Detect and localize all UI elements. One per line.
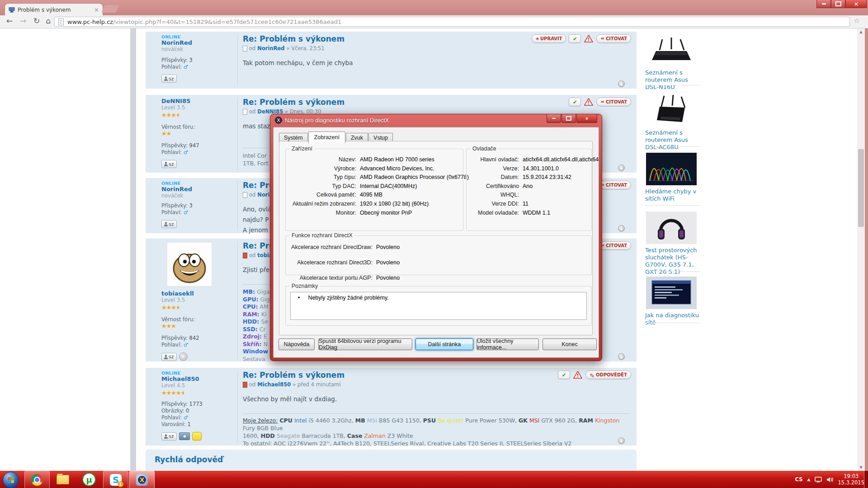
profile-x-icon[interactable]: ✕ xyxy=(179,352,188,361)
approve-button[interactable]: ✔ xyxy=(569,98,581,106)
page-scrollbar[interactable]: ▲ ▼ xyxy=(857,28,865,471)
male-icon: ♂ xyxy=(184,342,188,348)
headphones-image xyxy=(646,211,697,244)
dialog-title: Nástroj pro diagnostiku rozhraní DirectX xyxy=(285,117,389,124)
male-icon: ♂ xyxy=(184,209,188,216)
drivers-group: Ovladače Hlavní ovladač:aticfx64.dll,ati… xyxy=(466,149,592,231)
approve-button[interactable]: ✔ xyxy=(569,34,581,43)
sidebar-caption[interactable]: Hledáme chyby v sítích WiFi xyxy=(645,188,702,202)
run-64bit-button[interactable]: Spustit 64bitovou verzi programu DxDiag xyxy=(318,338,412,350)
sidebar-article[interactable]: Seznámení s routerem Asus DSL-N16U xyxy=(645,34,702,91)
forward-icon[interactable]: → xyxy=(17,16,29,25)
dialog-close-button[interactable]: × xyxy=(576,114,597,123)
level-stars: ★★★★ xyxy=(161,304,234,311)
taskbar-explorer[interactable] xyxy=(51,471,75,488)
report-button[interactable]: ! xyxy=(584,35,594,43)
username-link[interactable]: DeNNI85 xyxy=(161,98,234,104)
volume-icon[interactable] xyxy=(826,477,833,483)
private-message-button[interactable]: sz xyxy=(161,432,177,441)
scrollbar-up-icon[interactable]: ▲ xyxy=(857,28,865,35)
svg-text:X: X xyxy=(140,476,145,483)
username-link[interactable]: NorinRed xyxy=(161,39,234,46)
user-rank: Level 4.5 xyxy=(161,382,234,389)
taskbar-utorrent[interactable]: µ xyxy=(77,471,101,488)
close-button[interactable]: × xyxy=(845,0,867,8)
loyalty-stars: ★★★ xyxy=(161,323,234,329)
home-icon[interactable]: ⌂ xyxy=(42,16,54,25)
maximize-button[interactable] xyxy=(831,0,845,8)
sidebar-article[interactable]: Hledáme chyby v sítích WiFi xyxy=(645,153,702,202)
scroll-top-icon[interactable]: ▲ xyxy=(618,164,625,171)
scroll-top-icon[interactable]: ▲ xyxy=(618,80,625,87)
taskbar-chrome[interactable] xyxy=(24,471,50,488)
address-bar[interactable]: www.pc-help.cz/viewtopic.php?f=40&t=1518… xyxy=(54,17,850,27)
folder-icon xyxy=(57,475,69,484)
scrollbar-down-icon[interactable]: ▼ xyxy=(857,464,865,471)
male-icon: ♂ xyxy=(184,64,188,70)
approve-button[interactable]: ✔ xyxy=(558,371,570,379)
network-icon[interactable] xyxy=(815,477,822,483)
directx-features-group: Funkce rozhraní DirectX Akcelerace rozhr… xyxy=(285,235,592,275)
sidebar-caption[interactable]: Jak na diagnostiku sítě xyxy=(645,312,702,326)
tray-expand-icon[interactable]: ▲ xyxy=(807,477,811,482)
tab-title: Problém s výkonem xyxy=(18,7,91,13)
sidebar-caption[interactable]: Seznámení s routerem Asus DSL-N16U xyxy=(645,69,702,91)
sidebar-caption[interactable]: Seznámení s routerem Asus DSL-AC68U xyxy=(645,129,702,151)
username-link[interactable]: tobiasekll xyxy=(161,290,234,297)
clock[interactable]: 19:03 15.3.2015 xyxy=(838,473,864,486)
sidebar-article[interactable]: Test prostorových sluchátek (HS-G700V, G… xyxy=(645,211,702,276)
sidebar-article[interactable]: Seznámení s routerem Asus DSL-AC68U xyxy=(645,94,702,151)
private-message-button[interactable]: sz xyxy=(161,75,177,83)
edit-button[interactable]: *UPRAVIT xyxy=(532,34,566,43)
dialog-minimize-button[interactable] xyxy=(547,114,561,123)
byline-user-link[interactable]: Michael850 xyxy=(257,381,291,388)
username-link[interactable]: NorinRed xyxy=(161,186,234,192)
tab-display[interactable]: Zobrazení xyxy=(308,131,345,143)
private-message-button[interactable]: sz xyxy=(161,353,177,361)
new-tab-button[interactable] xyxy=(101,5,119,13)
next-page-button[interactable]: Další stránka xyxy=(415,338,473,350)
tab-close-icon[interactable]: × xyxy=(94,7,99,13)
taskbar-skype[interactable]: S1 xyxy=(103,471,128,488)
help-button[interactable]: Nápověda xyxy=(278,338,315,350)
scroll-top-icon[interactable]: ▲ xyxy=(618,225,625,232)
scroll-top-icon[interactable]: ▲ xyxy=(618,437,625,444)
page-icon xyxy=(58,19,64,25)
show-desktop-button[interactable] xyxy=(864,471,868,488)
username-link[interactable]: Michael850 xyxy=(161,375,234,382)
back-icon[interactable]: ← xyxy=(4,16,15,25)
save-all-info-button[interactable]: Uložit všechny informace... xyxy=(476,338,539,350)
exit-button[interactable]: Konec xyxy=(542,338,597,350)
yellow-badge-icon[interactable] xyxy=(192,432,202,441)
quote-button[interactable]: “CITOVAT xyxy=(596,34,631,43)
start-button[interactable] xyxy=(3,472,19,488)
report-button[interactable]: ! xyxy=(573,371,583,379)
bookmark-star-icon[interactable]: ☆ xyxy=(854,17,860,25)
sidebar-article[interactable]: Jak na diagnostiku sítě xyxy=(645,277,702,326)
signature-line: To ostatní: AOC i2276Vwm 22'', A4Tech B1… xyxy=(243,440,630,447)
quick-reply-title[interactable]: Rychlá odpověď xyxy=(155,455,223,464)
avatar xyxy=(167,242,212,286)
dialog-maximize-button[interactable] xyxy=(561,114,576,123)
language-indicator[interactable]: CS xyxy=(795,476,803,483)
directx-icon: X xyxy=(275,117,282,124)
reload-icon[interactable]: ↻ xyxy=(31,16,42,25)
loyalty-label: Věrnost fóru: xyxy=(161,124,234,130)
private-message-button[interactable]: sz xyxy=(161,160,177,168)
scrollbar-thumb[interactable] xyxy=(858,149,864,227)
byline-user-link[interactable]: NorinRed xyxy=(257,45,284,52)
scroll-top-icon[interactable]: ▲ xyxy=(618,353,625,360)
skype-icon: S1 xyxy=(110,474,122,486)
svg-text:!: ! xyxy=(577,373,579,378)
minimize-button[interactable] xyxy=(816,0,831,8)
camera-icon[interactable] xyxy=(179,432,190,440)
taskbar-dxdiag[interactable]: X xyxy=(129,471,155,488)
quote-button[interactable]: “CITOVAT xyxy=(596,98,631,106)
browser-toolbar: ← → ↻ ⌂ www.pc-help.cz/viewtopic.php?f=4… xyxy=(0,15,868,28)
report-button[interactable]: ! xyxy=(584,98,594,106)
wifi-channels-image xyxy=(646,153,697,185)
bullet: • xyxy=(298,295,300,317)
reply-button[interactable]: ✎ODPOVĚDĚT xyxy=(585,371,631,379)
private-message-button[interactable]: sz xyxy=(161,220,177,228)
browser-tab[interactable]: Problém s výkonem × xyxy=(5,3,103,16)
